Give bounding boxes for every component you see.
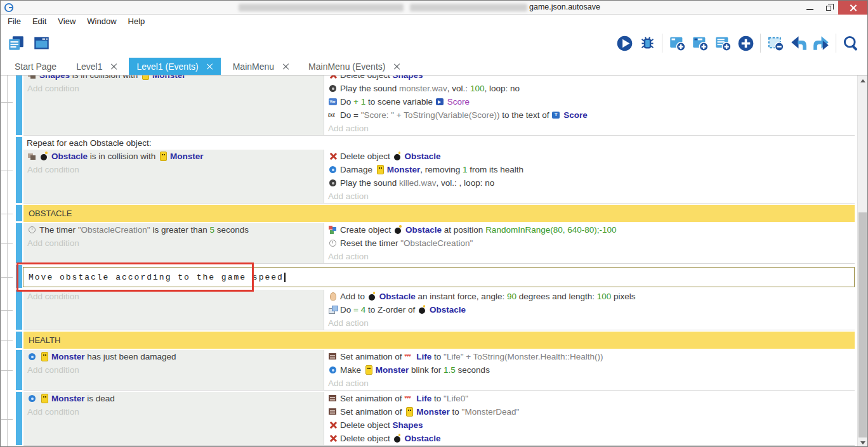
event-selection-bar[interactable] — [16, 223, 22, 263]
group-banner[interactable]: OBSTACLE — [23, 205, 855, 222]
restore-button[interactable] — [819, 1, 838, 15]
tab-mainmenu-events-[interactable]: MainMenu (Events) — [301, 58, 407, 75]
project-manager-button[interactable] — [4, 31, 27, 55]
toolbar-separator — [836, 34, 836, 53]
text-segment: Monster — [170, 152, 204, 161]
tab-close-icon[interactable] — [110, 63, 117, 70]
tree-tick-icon — [1, 102, 13, 103]
add-action-button[interactable]: Add action — [324, 190, 855, 203]
action-line[interactable]: Do = "Score: " + ToString(Variable(Score… — [324, 108, 855, 122]
menu-item-edit[interactable]: Edit — [27, 15, 52, 29]
add-action-button[interactable]: Add action — [324, 377, 855, 390]
event-header[interactable]: Repeat for each Obstacle object: — [23, 137, 855, 150]
tab-level1-events-[interactable]: Level1 (Events) — [129, 58, 220, 75]
action-line[interactable]: Do = 4 to Z-order of Obstacle — [324, 303, 855, 316]
tab-level1[interactable]: Level1 — [69, 58, 124, 75]
text-segment: to — [431, 394, 444, 403]
actions-column: Set animation of Life to "Life" + ToStri… — [324, 350, 855, 390]
action-line[interactable]: Play the sound monster.wav, vol.: 100, l… — [324, 82, 855, 95]
add-condition-button[interactable]: Add condition — [23, 163, 324, 176]
event-selection-bar[interactable] — [16, 332, 22, 348]
add-subevent-button[interactable] — [688, 31, 711, 55]
condition-line[interactable]: Shapes is in collision with Monster — [23, 75, 324, 82]
action-line[interactable]: Add to Obstacle an instant force, angle:… — [324, 290, 855, 303]
add-comment-button[interactable] — [711, 31, 734, 55]
event-selection-bar[interactable] — [16, 137, 22, 203]
event-selection-bar[interactable] — [16, 392, 22, 445]
text-segment: , vol.: — [447, 84, 470, 93]
action-line[interactable]: Set animation of Life to "Life0" — [324, 392, 855, 405]
event-selection-bar[interactable] — [16, 205, 22, 221]
scroll-down-button[interactable] — [858, 437, 867, 447]
add-condition-button[interactable]: Add condition — [23, 236, 324, 250]
scrollbar-thumb[interactable] — [858, 212, 867, 437]
delete-event-button[interactable] — [764, 31, 787, 55]
tab-close-icon[interactable] — [393, 63, 400, 70]
action-line[interactable]: Reset the timer "ObstacleCreation" — [324, 236, 855, 250]
event-selection-bar[interactable] — [16, 290, 22, 330]
add-condition-button[interactable]: Add condition — [23, 82, 324, 95]
action-line[interactable]: Play the sound killed.wav, vol.: , loop:… — [324, 176, 855, 190]
search-button[interactable] — [839, 31, 862, 55]
action-line[interactable]: Make Monster blink for 1.5 seconds — [324, 363, 855, 377]
menu-item-help[interactable]: Help — [122, 15, 151, 29]
condition-line[interactable]: Obstacle is in collision with Monster — [23, 150, 324, 163]
text-segment: Monster — [416, 407, 450, 417]
text-segment: to — [450, 407, 462, 417]
group-banner[interactable]: HEALTH — [23, 332, 855, 349]
play-button[interactable] — [613, 31, 636, 55]
monster-icon — [404, 407, 414, 417]
restore-icon — [826, 6, 831, 11]
text-segment: "MonsterDead" — [462, 407, 520, 417]
actions-column: Set animation of Life to "Life0"Set anim… — [324, 392, 855, 445]
action-line[interactable]: Delete object Obstacle — [324, 432, 855, 445]
action-line[interactable]: Delete object Obstacle — [324, 150, 855, 163]
action-line[interactable]: Do + 1 to scene variable Score — [324, 95, 855, 108]
add-condition-button[interactable]: Add condition — [23, 290, 324, 303]
events-sheet: Shapes is in collision with MonsterAdd c… — [1, 75, 867, 447]
event-columns: Shapes is in collision with MonsterAdd c… — [23, 75, 855, 135]
scroll-up-button[interactable] — [858, 75, 867, 86]
event-selection-bar[interactable] — [16, 75, 22, 135]
tab-start-page[interactable]: Start Page — [7, 58, 64, 75]
add-action-button[interactable]: Add action — [324, 250, 855, 263]
action-line[interactable]: Delete object Shapes — [324, 418, 855, 432]
tab-mainmenu[interactable]: MainMenu — [225, 58, 296, 75]
tab-close-icon[interactable] — [207, 63, 213, 70]
hearts-icon — [404, 352, 414, 361]
add-condition-button[interactable]: Add condition — [23, 363, 324, 377]
text-segment: , vol.: , loop: no — [437, 178, 495, 188]
undo-button[interactable] — [787, 31, 810, 55]
action-line[interactable]: Set animation of Monster to "MonsterDead… — [324, 405, 855, 418]
close-button[interactable] — [838, 1, 867, 15]
text-segment: Obstacle — [405, 225, 442, 235]
text-segment: to — [431, 352, 444, 361]
action-line[interactable]: Create object Obstacle at position Rando… — [324, 223, 855, 236]
condition-line[interactable]: The timer "ObstacleCreation" is greater … — [23, 223, 324, 236]
tab-close-icon[interactable] — [282, 63, 289, 70]
text-segment: is greater than — [150, 225, 210, 235]
add-action-button[interactable]: Add action — [324, 316, 855, 330]
event-selection-bar[interactable] — [16, 350, 22, 390]
search-icon — [843, 35, 860, 52]
vertical-scrollbar[interactable] — [857, 75, 867, 447]
minimize-button[interactable] — [800, 1, 819, 15]
scene-window-button[interactable] — [30, 31, 53, 55]
text-segment: RandomInRange(80, 640-80);-100 — [485, 225, 616, 235]
menu-item-window[interactable]: Window — [81, 15, 122, 29]
condition-line[interactable]: Monster has just been damaged — [23, 350, 324, 363]
condition-line[interactable]: Monster is dead — [23, 392, 324, 405]
text-segment: Reset the timer — [340, 238, 400, 248]
redo-button[interactable] — [810, 31, 832, 55]
action-line[interactable]: Damage Monster, removing 1 from its heal… — [324, 163, 855, 176]
add-new-event-button[interactable] — [734, 31, 757, 55]
add-condition-button[interactable]: Add condition — [23, 405, 324, 418]
menu-item-view[interactable]: View — [52, 15, 81, 29]
event-row: The timer "ObstacleCreation" is greater … — [1, 223, 857, 264]
menu-item-file[interactable]: File — [2, 15, 27, 29]
add-action-button[interactable]: Add action — [324, 122, 855, 135]
add-event-button[interactable] — [666, 31, 688, 55]
action-line[interactable]: Delete object Shapes — [324, 75, 855, 82]
action-line[interactable]: Set animation of Life to "Life" + ToStri… — [324, 350, 855, 363]
debug-button[interactable] — [636, 31, 659, 55]
